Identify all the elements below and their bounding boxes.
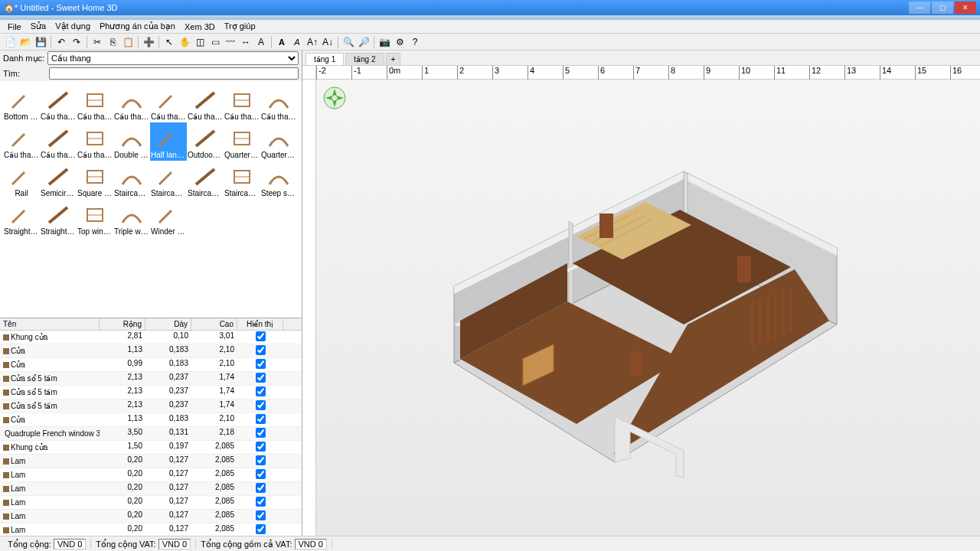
visible-checkbox[interactable] [256, 442, 266, 452]
prefs-button[interactable]: ⚙ [393, 35, 407, 49]
undo-button[interactable]: ↶ [54, 35, 68, 49]
catalog-item[interactable]: Cầu thang... [187, 84, 224, 122]
table-row[interactable]: Lam 0,20 0,127 2,085 [0, 455, 302, 468]
visible-checkbox[interactable] [256, 386, 266, 396]
table-row[interactable]: Cửa sổ 5 tấm 2,13 0,237 1,74 [0, 386, 302, 399]
visible-checkbox[interactable] [256, 428, 266, 438]
catalog-item[interactable]: Top winde... [77, 199, 113, 237]
table-row[interactable]: Cửa sổ 5 tấm 2,13 0,237 1,74 [0, 399, 302, 413]
select-tool[interactable]: ↖ [162, 35, 176, 49]
table-row[interactable]: Khung cửa 2,81 0,10 3,01 [0, 331, 302, 344]
open-button[interactable]: 📂 [18, 35, 32, 49]
menu-3d[interactable]: Xem 3D [180, 22, 220, 31]
polyline-tool[interactable]: 〰 [224, 35, 237, 49]
search-input[interactable] [49, 67, 299, 80]
table-row[interactable]: Cửa 0,99 0,183 2,10 [0, 358, 302, 372]
zoom-out-button[interactable]: 🔎 [357, 35, 371, 49]
table-row[interactable]: Lam 0,20 0,127 2,085 [0, 523, 302, 536]
catalog-item[interactable]: Cầu thang... [150, 84, 187, 122]
wall-tool[interactable]: ◫ [193, 35, 207, 49]
catalog-item[interactable]: Outdoor st... [187, 122, 224, 161]
catalog-item[interactable]: Quarter la... [224, 122, 260, 161]
catalog-item[interactable]: Bottom wi... [3, 84, 40, 122]
room-tool[interactable]: ▭ [208, 35, 222, 49]
new-button[interactable]: 📄 [3, 35, 17, 49]
maximize-button[interactable]: ▢ [932, 2, 953, 14]
visible-checkbox[interactable] [256, 331, 266, 341]
menu-furniture[interactable]: Vật dụng [51, 21, 95, 31]
help-button[interactable]: ? [408, 35, 422, 49]
tab-floor-1[interactable]: tầng 1 [305, 53, 344, 65]
catalog-item[interactable]: Cầu thang [77, 84, 113, 122]
category-select[interactable]: Cầu thang [47, 51, 299, 65]
catalog-item[interactable]: Cầu thang [40, 84, 77, 122]
cut-button[interactable]: ✂ [90, 35, 104, 49]
save-button[interactable]: 💾 [34, 35, 47, 49]
catalog-item[interactable]: Triple win... [113, 199, 150, 237]
text-italic-button[interactable]: A [290, 35, 304, 49]
visible-checkbox[interactable] [256, 510, 266, 520]
redo-button[interactable]: ↷ [70, 35, 83, 49]
pan-tool[interactable]: ✋ [178, 35, 191, 49]
visible-checkbox[interactable] [256, 345, 266, 355]
catalog-item[interactable]: Staircase l... [150, 161, 187, 199]
paste-button[interactable]: 📋 [121, 35, 135, 49]
table-row[interactable]: Lam 0,20 0,127 2,085 [0, 482, 302, 496]
catalog-item[interactable]: Staircase ... [224, 161, 260, 199]
text-dec-button[interactable]: A↓ [321, 35, 335, 49]
3d-view[interactable] [316, 80, 980, 536]
tab-add[interactable]: + [386, 53, 401, 65]
copy-button[interactable]: ⎘ [106, 35, 119, 49]
zoom-in-button[interactable]: 🔍 [341, 35, 355, 49]
dimension-tool[interactable]: ↔ [239, 35, 253, 49]
visible-checkbox[interactable] [256, 414, 266, 424]
text-bold-button[interactable]: A [275, 35, 289, 49]
catalog-item[interactable]: Square spi... [77, 161, 113, 199]
visible-checkbox[interactable] [256, 400, 266, 410]
catalog-item[interactable]: Semicircul... [40, 161, 77, 199]
table-row[interactable]: Quadruple French window 3 ... 3,50 0,131… [0, 427, 302, 441]
visible-checkbox[interactable] [256, 359, 266, 369]
catalog-item[interactable]: Cầu thang... [3, 122, 40, 161]
catalog-item[interactable]: Cầu thang... [77, 122, 113, 161]
furniture-catalog[interactable]: Bottom wi...Cầu thangCầu thangCầu thang.… [0, 81, 302, 318]
visible-checkbox[interactable] [256, 497, 266, 507]
catalog-item[interactable]: Winder sta... [150, 199, 187, 237]
visible-checkbox[interactable] [256, 469, 266, 479]
catalog-item[interactable]: Half landi... [150, 122, 187, 161]
catalog-item[interactable]: Straight st... [40, 199, 77, 237]
minimize-button[interactable]: — [909, 2, 930, 14]
catalog-item[interactable]: Staircase c... [113, 161, 150, 199]
catalog-item[interactable]: Cầu thang... [224, 84, 260, 122]
table-row[interactable]: Cửa sổ 5 tấm 2,13 0,237 1,74 [0, 372, 302, 386]
table-row[interactable]: Lam 0,20 0,127 2,085 [0, 468, 302, 482]
photo-button[interactable]: 📷 [377, 35, 391, 49]
table-row[interactable]: Cửa 1,13 0,183 2,10 [0, 344, 302, 358]
table-row[interactable]: Lam 0,20 0,127 2,085 [0, 496, 302, 510]
table-row[interactable]: Khung cửa 1,50 0,197 2,085 [0, 441, 302, 455]
catalog-item[interactable]: Staircase s... [187, 161, 224, 199]
nav-compass-icon[interactable] [322, 86, 347, 110]
visible-checkbox[interactable] [256, 373, 266, 383]
menu-edit[interactable]: Sửa [26, 21, 51, 31]
visible-checkbox[interactable] [256, 524, 266, 534]
catalog-item[interactable]: Quarter la... [260, 122, 297, 161]
table-row[interactable]: Lam 0,20 0,127 2,085 [0, 510, 302, 523]
visible-checkbox[interactable] [256, 483, 266, 493]
text-tool[interactable]: A [254, 35, 268, 49]
catalog-item[interactable]: Cầu thang... [40, 122, 77, 161]
catalog-item[interactable]: Straight st... [3, 199, 40, 237]
catalog-item[interactable]: Steep stair... [260, 161, 297, 199]
add-furniture-button[interactable]: ➕ [142, 35, 155, 49]
visible-checkbox[interactable] [256, 455, 266, 465]
menu-help[interactable]: Trợ giúp [220, 21, 260, 31]
tab-floor-2[interactable]: tầng 2 [345, 53, 384, 65]
catalog-item[interactable]: Rail [3, 161, 40, 199]
menu-file[interactable]: File [3, 22, 26, 31]
catalog-item[interactable]: Double wi... [113, 122, 150, 161]
table-row[interactable]: Cửa 1,13 0,183 2,10 [0, 413, 302, 427]
text-inc-button[interactable]: A↑ [305, 35, 319, 49]
catalog-item[interactable]: Cầu thang... [260, 84, 297, 122]
furniture-list[interactable]: Tên Rộng Dày Cao Hiển thị Khung cửa 2,81… [0, 318, 302, 536]
menu-plan[interactable]: Phương án của bạn [95, 21, 180, 31]
